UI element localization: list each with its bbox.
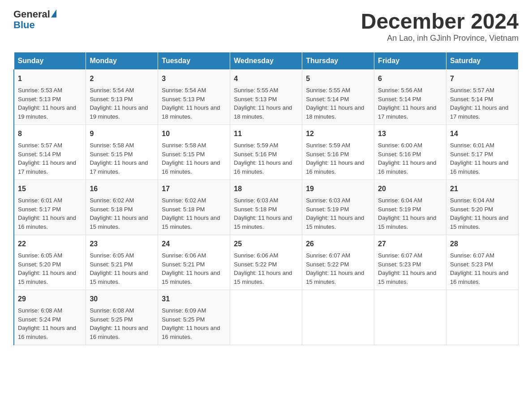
calendar-cell: 6 Sunrise: 5:56 AMSunset: 5:14 PMDayligh… <box>374 70 446 125</box>
day-info: Sunrise: 6:08 AMSunset: 5:25 PMDaylight:… <box>90 307 148 340</box>
day-number: 26 <box>306 239 370 249</box>
calendar-cell: 12 Sunrise: 5:59 AMSunset: 5:16 PMDaylig… <box>302 125 374 180</box>
location-subtitle: An Lao, inh GJinh Province, Vietnam <box>361 34 519 43</box>
day-number: 31 <box>162 294 226 304</box>
calendar-cell: 9 Sunrise: 5:58 AMSunset: 5:15 PMDayligh… <box>86 125 158 180</box>
calendar-cell: 10 Sunrise: 5:58 AMSunset: 5:15 PMDaylig… <box>158 125 230 180</box>
header-saturday: Saturday <box>446 52 519 70</box>
calendar-cell <box>446 290 519 345</box>
calendar-cell: 18 Sunrise: 6:03 AMSunset: 5:18 PMDaylig… <box>230 180 302 235</box>
day-info: Sunrise: 6:07 AMSunset: 5:23 PMDaylight:… <box>378 252 436 285</box>
day-number: 2 <box>90 73 154 84</box>
day-info: Sunrise: 6:01 AMSunset: 5:17 PMDaylight:… <box>18 197 76 230</box>
day-number: 25 <box>234 239 298 249</box>
header-monday: Monday <box>86 52 158 70</box>
calendar-cell: 17 Sunrise: 6:02 AMSunset: 5:18 PMDaylig… <box>158 180 230 235</box>
day-info: Sunrise: 6:06 AMSunset: 5:22 PMDaylight:… <box>234 252 292 285</box>
day-number: 27 <box>378 239 442 249</box>
calendar-table: SundayMondayTuesdayWednesdayThursdayFrid… <box>13 52 519 345</box>
day-number: 21 <box>450 184 515 194</box>
day-info: Sunrise: 6:00 AMSunset: 5:16 PMDaylight:… <box>378 142 436 175</box>
day-info: Sunrise: 6:03 AMSunset: 5:18 PMDaylight:… <box>234 197 292 230</box>
day-info: Sunrise: 6:01 AMSunset: 5:17 PMDaylight:… <box>450 142 508 175</box>
day-info: Sunrise: 6:05 AMSunset: 5:21 PMDaylight:… <box>90 252 148 285</box>
day-info: Sunrise: 5:55 AMSunset: 5:14 PMDaylight:… <box>306 87 364 120</box>
calendar-cell: 7 Sunrise: 5:57 AMSunset: 5:14 PMDayligh… <box>446 70 519 125</box>
day-number: 28 <box>450 239 515 249</box>
day-info: Sunrise: 6:06 AMSunset: 5:21 PMDaylight:… <box>162 252 220 285</box>
calendar-cell: 31 Sunrise: 6:09 AMSunset: 5:25 PMDaylig… <box>158 290 230 345</box>
week-row-3: 15 Sunrise: 6:01 AMSunset: 5:17 PMDaylig… <box>14 180 519 235</box>
day-info: Sunrise: 5:57 AMSunset: 5:14 PMDaylight:… <box>18 142 76 175</box>
calendar-cell: 24 Sunrise: 6:06 AMSunset: 5:21 PMDaylig… <box>158 235 230 290</box>
calendar-cell: 14 Sunrise: 6:01 AMSunset: 5:17 PMDaylig… <box>446 125 519 180</box>
logo-general: General <box>13 9 50 20</box>
calendar-cell <box>230 290 302 345</box>
logo: General Blue <box>13 9 56 30</box>
calendar-cell: 27 Sunrise: 6:07 AMSunset: 5:23 PMDaylig… <box>374 235 446 290</box>
calendar-cell: 28 Sunrise: 6:07 AMSunset: 5:23 PMDaylig… <box>446 235 519 290</box>
week-row-1: 1 Sunrise: 5:53 AMSunset: 5:13 PMDayligh… <box>14 70 519 125</box>
day-number: 19 <box>306 184 370 194</box>
header-friday: Friday <box>374 52 446 70</box>
day-info: Sunrise: 6:04 AMSunset: 5:20 PMDaylight:… <box>450 197 508 230</box>
calendar-header-row: SundayMondayTuesdayWednesdayThursdayFrid… <box>14 52 519 70</box>
day-info: Sunrise: 5:56 AMSunset: 5:14 PMDaylight:… <box>378 87 436 120</box>
day-number: 12 <box>306 128 370 139</box>
day-number: 29 <box>18 294 82 304</box>
logo-blue: Blue <box>13 20 56 30</box>
header-tuesday: Tuesday <box>158 52 230 70</box>
calendar-cell: 21 Sunrise: 6:04 AMSunset: 5:20 PMDaylig… <box>446 180 519 235</box>
calendar-cell: 1 Sunrise: 5:53 AMSunset: 5:13 PMDayligh… <box>14 70 86 125</box>
day-number: 17 <box>162 184 226 194</box>
day-info: Sunrise: 5:53 AMSunset: 5:13 PMDaylight:… <box>18 87 76 120</box>
day-number: 3 <box>162 73 226 84</box>
month-title: December 2024 <box>361 9 519 34</box>
day-number: 10 <box>162 128 226 139</box>
day-number: 1 <box>18 73 82 84</box>
day-number: 5 <box>306 73 370 84</box>
title-block: December 2024 An Lao, inh GJinh Province… <box>361 9 519 43</box>
calendar-cell: 8 Sunrise: 5:57 AMSunset: 5:14 PMDayligh… <box>14 125 86 180</box>
calendar-cell: 16 Sunrise: 6:02 AMSunset: 5:18 PMDaylig… <box>86 180 158 235</box>
calendar-cell: 3 Sunrise: 5:54 AMSunset: 5:13 PMDayligh… <box>158 70 230 125</box>
day-number: 18 <box>234 184 298 194</box>
week-row-5: 29 Sunrise: 6:08 AMSunset: 5:24 PMDaylig… <box>14 290 519 345</box>
day-info: Sunrise: 6:08 AMSunset: 5:24 PMDaylight:… <box>18 307 76 340</box>
day-info: Sunrise: 6:02 AMSunset: 5:18 PMDaylight:… <box>90 197 148 230</box>
calendar-cell: 13 Sunrise: 6:00 AMSunset: 5:16 PMDaylig… <box>374 125 446 180</box>
header-sunday: Sunday <box>14 52 86 70</box>
calendar-cell: 2 Sunrise: 5:54 AMSunset: 5:13 PMDayligh… <box>86 70 158 125</box>
calendar-cell: 4 Sunrise: 5:55 AMSunset: 5:13 PMDayligh… <box>230 70 302 125</box>
calendar-cell <box>302 290 374 345</box>
calendar-cell: 23 Sunrise: 6:05 AMSunset: 5:21 PMDaylig… <box>86 235 158 290</box>
calendar-cell: 11 Sunrise: 5:59 AMSunset: 5:16 PMDaylig… <box>230 125 302 180</box>
day-number: 24 <box>162 239 226 249</box>
logo-triangle-icon <box>51 9 56 17</box>
day-info: Sunrise: 6:02 AMSunset: 5:18 PMDaylight:… <box>162 197 220 230</box>
day-number: 8 <box>18 128 82 139</box>
day-info: Sunrise: 5:54 AMSunset: 5:13 PMDaylight:… <box>90 87 148 120</box>
calendar-cell: 22 Sunrise: 6:05 AMSunset: 5:20 PMDaylig… <box>14 235 86 290</box>
day-info: Sunrise: 5:57 AMSunset: 5:14 PMDaylight:… <box>450 87 508 120</box>
calendar-cell: 29 Sunrise: 6:08 AMSunset: 5:24 PMDaylig… <box>14 290 86 345</box>
calendar-cell: 25 Sunrise: 6:06 AMSunset: 5:22 PMDaylig… <box>230 235 302 290</box>
calendar-cell: 20 Sunrise: 6:04 AMSunset: 5:19 PMDaylig… <box>374 180 446 235</box>
calendar-cell: 15 Sunrise: 6:01 AMSunset: 5:17 PMDaylig… <box>14 180 86 235</box>
day-info: Sunrise: 6:05 AMSunset: 5:20 PMDaylight:… <box>18 252 76 285</box>
day-number: 7 <box>450 73 515 84</box>
day-info: Sunrise: 5:58 AMSunset: 5:15 PMDaylight:… <box>90 142 148 175</box>
day-info: Sunrise: 5:54 AMSunset: 5:13 PMDaylight:… <box>162 87 220 120</box>
calendar-cell <box>374 290 446 345</box>
day-info: Sunrise: 5:55 AMSunset: 5:13 PMDaylight:… <box>234 87 292 120</box>
day-info: Sunrise: 5:58 AMSunset: 5:15 PMDaylight:… <box>162 142 220 175</box>
day-number: 20 <box>378 184 442 194</box>
day-info: Sunrise: 6:09 AMSunset: 5:25 PMDaylight:… <box>162 307 220 340</box>
calendar-cell: 5 Sunrise: 5:55 AMSunset: 5:14 PMDayligh… <box>302 70 374 125</box>
calendar-cell: 19 Sunrise: 6:03 AMSunset: 5:19 PMDaylig… <box>302 180 374 235</box>
day-number: 6 <box>378 73 442 84</box>
day-number: 14 <box>450 128 515 139</box>
day-info: Sunrise: 6:03 AMSunset: 5:19 PMDaylight:… <box>306 197 364 230</box>
week-row-4: 22 Sunrise: 6:05 AMSunset: 5:20 PMDaylig… <box>14 235 519 290</box>
header-thursday: Thursday <box>302 52 374 70</box>
